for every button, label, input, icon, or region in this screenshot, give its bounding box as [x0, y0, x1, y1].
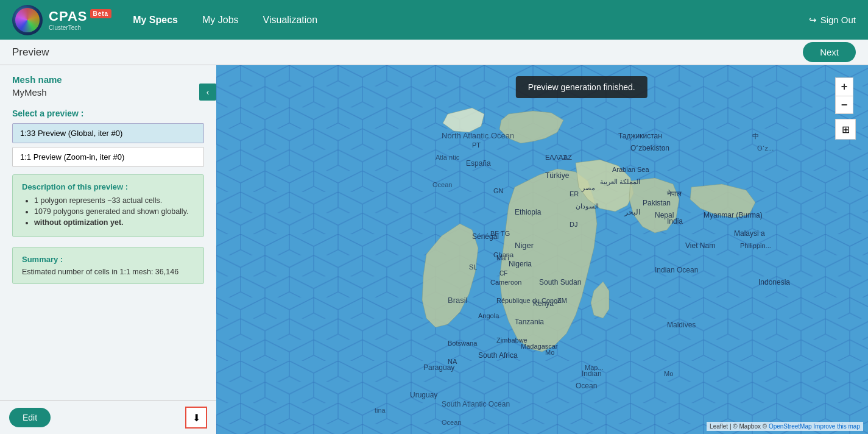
svg-text:Sénégal: Sénégal: [472, 232, 499, 241]
svg-text:España: España: [466, 159, 491, 168]
summary-title: Summary :: [22, 255, 194, 264]
download-button[interactable]: ⬇: [185, 407, 207, 429]
page-title: Preview: [12, 46, 49, 59]
svg-text:GN: GN: [493, 187, 504, 194]
sign-out-label: Sign Out: [820, 15, 856, 25]
svg-text:ΕΛΛΆΣ: ΕΛΛΆΣ: [545, 154, 567, 161]
svg-text:Ocean: Ocean: [432, 181, 452, 188]
nav-visualization[interactable]: Visualization: [260, 12, 321, 29]
svg-text:Viet Nam: Viet Nam: [685, 241, 715, 250]
zoom-out-button[interactable]: −: [835, 96, 853, 114]
svg-text:South Atlantic Ocean: South Atlantic Ocean: [442, 400, 510, 408]
sidebar-scroll: Mesh name MyMesh Select a preview : 1:33…: [0, 65, 216, 400]
summary-text: Estimated number of cells in 1:1 mesh: 3…: [22, 268, 194, 276]
svg-text:ZM: ZM: [557, 297, 567, 304]
svg-text:CF: CF: [499, 270, 507, 277]
next-button[interactable]: Next: [803, 42, 856, 62]
svg-text:Myanmar (Burma): Myanmar (Burma): [704, 211, 763, 219]
svg-text:Ocean: Ocean: [442, 419, 461, 426]
logo-cpas: CPASBeta: [49, 9, 111, 24]
svg-text:tina: tina: [375, 407, 386, 414]
desc-item-1: 1 polygon represents ~33 actual cells.: [34, 196, 194, 205]
svg-text:Ma i: Ma i: [496, 254, 509, 261]
svg-text:India: India: [667, 217, 683, 226]
collapse-button[interactable]: ‹: [199, 84, 216, 101]
svg-text:Mo: Mo: [545, 349, 554, 356]
svg-text:中: 中: [752, 132, 759, 140]
sub-header: Preview Next: [0, 40, 868, 65]
beta-badge: Beta: [90, 9, 112, 18]
description-list: 1 polygon represents ~33 actual cells. 1…: [22, 196, 194, 227]
map-svg: Niger Nigeria South Sudan Kenya Tanzania…: [216, 65, 868, 434]
svg-text:Ocean: Ocean: [576, 382, 597, 390]
svg-text:مصر: مصر: [581, 184, 595, 192]
svg-text:السودان: السودان: [576, 202, 599, 210]
navbar: CPASBeta ClusterTech My Specs My Jobs Vi…: [0, 0, 868, 40]
svg-text:Mар...: Mар...: [585, 364, 604, 371]
map-notification: Preview generation finished.: [516, 76, 647, 98]
svg-text:Таджикистан: Таджикистан: [618, 132, 662, 140]
svg-text:DJ: DJ: [570, 221, 577, 228]
svg-text:Pakistan: Pakistan: [643, 199, 671, 207]
svg-text:Indian Ocean: Indian Ocean: [655, 266, 698, 274]
svg-text:Ethiopia: Ethiopia: [515, 208, 542, 216]
nav-links: My Specs My Jobs Visualization: [130, 12, 320, 29]
svg-text:Botswana: Botswana: [448, 340, 478, 347]
description-box: Description of this preview : 1 polygon …: [12, 174, 204, 237]
svg-text:Nigeria: Nigeria: [509, 260, 532, 268]
svg-text:Atla ntic: Atla ntic: [436, 154, 460, 161]
logo-icon: [12, 5, 43, 35]
zoom-in-button[interactable]: +: [835, 77, 853, 96]
desc-item-3: without optimization yet.: [34, 218, 194, 227]
svg-text:ER: ER: [570, 190, 579, 197]
layers-icon: ⊞: [842, 124, 850, 135]
navbar-left: CPASBeta ClusterTech My Specs My Jobs Vi…: [12, 5, 320, 35]
sidebar: ‹ Mesh name MyMesh Select a preview : 1:…: [0, 65, 216, 434]
chevron-left-icon: ‹: [206, 87, 210, 97]
svg-text:PT: PT: [472, 141, 481, 149]
logo-cpas-text: CPAS: [49, 9, 88, 24]
summary-box: Summary : Estimated number of cells in 1…: [12, 247, 204, 284]
svg-text:Arabian Sea: Arabian Sea: [612, 166, 649, 173]
edit-button[interactable]: Edit: [9, 408, 51, 427]
sidebar-bottom: Edit ⬇: [0, 400, 216, 434]
svg-text:البحر: البحر: [624, 208, 640, 216]
svg-text:Indonesia: Indonesia: [758, 278, 790, 286]
sign-out-button[interactable]: ↪ Sign Out: [809, 15, 856, 26]
svg-text:Angola: Angola: [478, 312, 499, 319]
desc-item-2: 1079 polygons generated and shown global…: [34, 207, 194, 216]
svg-text:Niger: Niger: [515, 241, 534, 250]
logo-cluster: ClusterTech: [49, 24, 111, 31]
nav-my-jobs[interactable]: My Jobs: [199, 12, 242, 29]
select-preview-label: Select a preview :: [12, 108, 204, 118]
mesh-name-label: Mesh name: [12, 74, 204, 85]
svg-text:Tanzania: Tanzania: [515, 318, 544, 326]
svg-text:SL: SL: [469, 263, 477, 271]
download-icon: ⬇: [192, 412, 200, 424]
map-area[interactable]: Niger Nigeria South Sudan Kenya Tanzania…: [216, 65, 868, 434]
attribution-text: Leaflet | © Mapbox ©: [710, 423, 769, 430]
svg-text:Oʻz...: Oʻz...: [757, 144, 774, 152]
svg-text:South Sudan: South Sudan: [539, 278, 581, 286]
logo-text: CPASBeta ClusterTech: [49, 9, 111, 31]
layers-button[interactable]: ⊞: [835, 119, 856, 140]
main-content: ‹ Mesh name MyMesh Select a preview : 1:…: [0, 65, 868, 434]
svg-text:Paraguay: Paraguay: [423, 363, 454, 372]
svg-text:Malaysi a: Malaysi a: [734, 229, 765, 238]
map-attribution: Leaflet | © Mapbox © OpenStreetMap Impro…: [707, 422, 863, 431]
svg-text:North Atlantic Ocean: North Atlantic Ocean: [442, 131, 514, 140]
description-title: Description of this preview :: [22, 182, 194, 191]
svg-text:नेपाल: नेपाल: [666, 190, 682, 198]
preview-option-2[interactable]: 1:1 Preview (Zoom-in, iter #0): [12, 147, 204, 167]
svg-text:Brasil: Brasil: [448, 296, 468, 305]
logo-area: CPASBeta ClusterTech: [12, 5, 111, 35]
openstreetmap-link[interactable]: OpenStreetMap: [769, 423, 812, 430]
svg-text:المملكة العربية: المملكة العربية: [600, 178, 640, 186]
preview-option-1[interactable]: 1:33 Preview (Global, iter #0): [12, 123, 204, 143]
nav-my-specs[interactable]: My Specs: [130, 12, 181, 29]
improve-map-link[interactable]: Improve this map: [813, 423, 860, 430]
notification-text: Preview generation finished.: [528, 82, 635, 92]
svg-text:Oʻzbekiston: Oʻzbekiston: [630, 144, 669, 152]
svg-text:Türkiye: Türkiye: [545, 171, 570, 180]
sign-out-icon: ↪: [809, 15, 817, 26]
